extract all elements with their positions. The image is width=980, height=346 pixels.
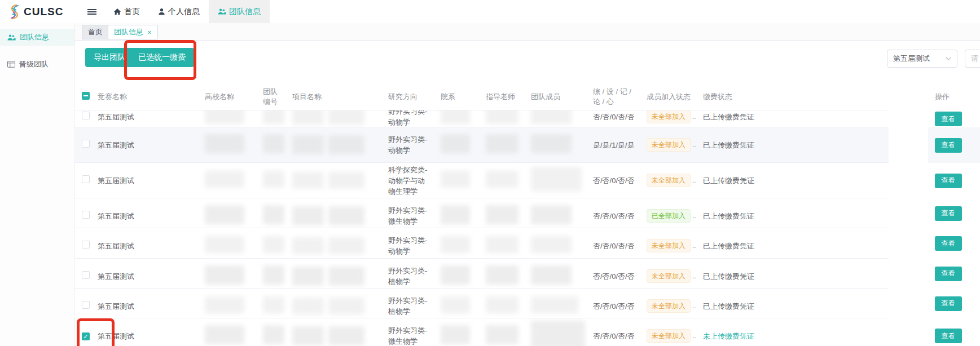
view-button[interactable]: 查看 bbox=[935, 206, 962, 221]
redacted-advisor bbox=[486, 110, 518, 124]
team-icon bbox=[7, 34, 16, 41]
view-button[interactable]: 查看 bbox=[935, 138, 962, 153]
export-teams-button[interactable]: 导出团队 bbox=[85, 48, 134, 67]
actions-row: 查看 bbox=[928, 259, 980, 289]
flags-value: 否/否/0/否/否 bbox=[593, 241, 638, 251]
table-row: 第五届测试野外实习类-动物学是/是/1/是/是未全部加入..已上传缴费凭证 bbox=[75, 127, 889, 163]
actions-row: 查看 bbox=[928, 289, 980, 318]
col-header-flags: 综 / 设 / 记 / 论 / 心 bbox=[588, 87, 642, 107]
view-button[interactable]: 查看 bbox=[935, 174, 962, 188]
redacted-members bbox=[531, 265, 572, 285]
redacted-project bbox=[292, 267, 324, 286]
row-checkbox[interactable] bbox=[82, 112, 90, 119]
tab-home[interactable]: 首页 bbox=[82, 25, 109, 39]
row-checkbox[interactable] bbox=[82, 241, 90, 249]
row-checkbox[interactable]: ✓ bbox=[82, 332, 90, 340]
row-checkbox[interactable] bbox=[82, 271, 90, 279]
join-status-badge: 未全部加入 bbox=[647, 239, 691, 252]
join-status-badge: 未全部加入 bbox=[647, 174, 691, 187]
col-header-department: 院系 bbox=[436, 92, 481, 102]
table-body: 第五届测试野外实习类-动物学否/否/0/否/否未全部加入..已上传缴费凭证第五届… bbox=[75, 110, 889, 346]
redacted-department bbox=[441, 265, 470, 285]
competition-name: 第五届测试 bbox=[98, 140, 196, 150]
list-icon bbox=[7, 61, 15, 68]
join-status-badge: 未全部加入 bbox=[647, 299, 691, 313]
join-status-badge: 未全部加入 bbox=[647, 329, 691, 343]
flags-value: 否/否/0/否/否 bbox=[593, 112, 638, 122]
research-direction: 野外实习类-植物学 bbox=[388, 295, 432, 317]
redacted-project bbox=[328, 206, 364, 225]
home-icon bbox=[113, 8, 121, 16]
main-content: 首页 团队信息 × 导出团队 已选统一缴费 第五届测试 请 竞赛名称 高校名称 … bbox=[75, 23, 980, 346]
col-header-members: 团队成员 bbox=[526, 92, 588, 102]
research-direction: 野外实习类-动物学 bbox=[388, 134, 432, 156]
view-button[interactable]: 查看 bbox=[935, 236, 962, 251]
table-row: 第五届测试野外实习类-微生物学否/否/0/否/否已全部加入..已上传缴费凭证 bbox=[75, 198, 889, 228]
competition-name: 第五届测试 bbox=[98, 271, 196, 282]
unified-payment-button[interactable]: 已选统一缴费 bbox=[130, 48, 194, 67]
flags-value: 是/是/1/是/是 bbox=[593, 140, 638, 150]
join-status-badge: 已全部加入 bbox=[647, 209, 691, 223]
redacted-project bbox=[328, 267, 364, 286]
sidebar-item-promoted-teams[interactable]: 晋级团队 bbox=[0, 56, 74, 73]
actions-row: 查看 bbox=[928, 228, 980, 259]
row-checkbox[interactable] bbox=[82, 211, 90, 219]
redacted-advisor bbox=[486, 205, 518, 224]
competition-name: 第五届测试 bbox=[98, 112, 196, 122]
nav-item-home[interactable]: 首页 bbox=[104, 0, 149, 23]
join-status-badge: 未全部加入 bbox=[647, 110, 691, 123]
tab-team-info[interactable]: 团队信息 × bbox=[108, 25, 158, 39]
redacted-project bbox=[292, 135, 324, 154]
row-checkbox[interactable] bbox=[82, 140, 90, 148]
redacted-members bbox=[531, 236, 572, 253]
view-button[interactable]: 查看 bbox=[935, 296, 962, 311]
redacted-members bbox=[531, 321, 585, 346]
competition-name: 第五届测试 bbox=[98, 211, 196, 221]
research-direction: 野外实习类-微生物学 bbox=[388, 205, 432, 227]
search-input[interactable]: 请 bbox=[965, 50, 980, 68]
session-select[interactable]: 第五届测试 bbox=[887, 50, 957, 68]
join-status-suffix: .. bbox=[692, 242, 696, 250]
research-direction: 野外实习类-植物学 bbox=[388, 265, 432, 287]
row-checkbox[interactable] bbox=[82, 301, 90, 309]
nav-item-profile[interactable]: 个人信息 bbox=[149, 0, 209, 23]
join-status-suffix: .. bbox=[692, 141, 696, 149]
col-header-competition: 竞赛名称 bbox=[93, 92, 200, 102]
hamburger-menu-icon[interactable] bbox=[84, 0, 100, 23]
pay-status-text: 已上传缴费凭证 bbox=[703, 175, 878, 186]
nav-item-team-info[interactable]: 团队信息 bbox=[209, 0, 270, 23]
view-button[interactable]: 查看 bbox=[935, 112, 962, 126]
competition-name: 第五届测试 bbox=[98, 241, 196, 251]
view-button[interactable]: 查看 bbox=[935, 329, 962, 343]
dna-logo-icon bbox=[8, 4, 20, 20]
row-checkbox[interactable] bbox=[82, 175, 90, 183]
session-select-value: 第五届测试 bbox=[893, 54, 930, 64]
sidebar-item-team-info[interactable]: 团队信息 bbox=[0, 29, 74, 46]
redacted-members bbox=[531, 110, 572, 124]
select-all-checkbox[interactable] bbox=[82, 92, 90, 100]
col-header-join-status: 成员加入状态 bbox=[642, 92, 698, 102]
redacted-department bbox=[441, 171, 470, 188]
pay-status-text: 已上传缴费凭证 bbox=[703, 112, 878, 122]
close-icon[interactable]: × bbox=[147, 29, 152, 36]
table-row: 第五届测试科学探究类-动物学与动物生理学否/否/0/否/否未全部加入..已上传缴… bbox=[75, 163, 889, 198]
redacted-team-number bbox=[263, 325, 284, 344]
flags-value: 否/否/0/否/否 bbox=[593, 211, 638, 221]
redacted-advisor bbox=[486, 296, 518, 313]
navbar-items: 首页 个人信息 团队信息 bbox=[104, 0, 270, 23]
redacted-department bbox=[441, 296, 470, 313]
redacted-project bbox=[292, 172, 324, 189]
flags-value: 否/否/0/否/否 bbox=[593, 271, 638, 282]
nav-item-label: 首页 bbox=[124, 7, 140, 17]
top-navbar: CULSC 首页 个人信息 团队信息 bbox=[0, 0, 980, 23]
redacted-project bbox=[328, 237, 364, 254]
join-status-badge: 未全部加入 bbox=[647, 138, 691, 152]
pay-status-text: 未上传缴费凭证 bbox=[703, 331, 878, 341]
table-row: ✓第五届测试野外实习类-微生物学否/否/0/否/否未全部加入..未上传缴费凭证 bbox=[75, 318, 889, 346]
redacted-project bbox=[292, 298, 324, 314]
redacted-members bbox=[531, 205, 572, 224]
actions-row: 查看 bbox=[928, 163, 980, 198]
redacted-department bbox=[441, 134, 470, 153]
view-button[interactable]: 查看 bbox=[935, 267, 962, 281]
col-header-advisor: 指导老师 bbox=[481, 92, 526, 102]
